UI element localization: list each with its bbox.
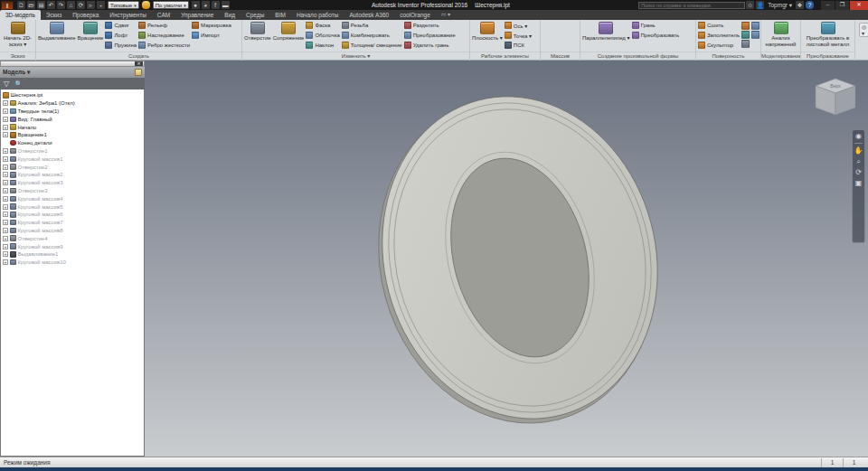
split-button[interactable]: Разделить	[404, 21, 456, 30]
redo-icon[interactable]: ↷	[57, 1, 65, 9]
minimize-button[interactable]: –	[821, 1, 835, 10]
tab-Инструменты[interactable]: Инструменты	[104, 10, 152, 20]
appearance-dropdown[interactable]: По умолчи ▾	[153, 1, 189, 9]
combine-button[interactable]: Комбинировать	[342, 31, 402, 40]
tree-item[interactable]: +Круговой массив1	[3, 155, 144, 163]
group-label-Эскиз[interactable]: Эскиз	[0, 52, 35, 61]
thicken-icon[interactable]	[342, 42, 349, 49]
extend-surface-icon[interactable]	[751, 22, 760, 30]
tree-item[interactable]: +Отверстие2	[3, 163, 144, 171]
extrude-icon[interactable]	[50, 22, 64, 34]
group-label-Массив[interactable]: Массив	[541, 52, 580, 61]
group-label-Преобразование[interactable]: Преобразование	[801, 52, 854, 61]
freeform-face-button[interactable]: Грань	[632, 21, 680, 30]
convert-button[interactable]: Преобразование	[404, 31, 456, 40]
trim-surface-icon[interactable]	[741, 31, 750, 39]
revolve-icon[interactable]	[83, 22, 98, 34]
combine-icon[interactable]	[342, 32, 349, 39]
expander-icon[interactable]: +	[3, 100, 8, 106]
sweep-button[interactable]: Сдвиг	[105, 21, 137, 30]
emboss-icon[interactable]	[138, 22, 146, 29]
filter-icon[interactable]: ▽	[4, 79, 9, 89]
rib-button[interactable]: Ребро жесткости	[138, 41, 190, 50]
tab-САМ[interactable]: САМ	[152, 10, 175, 20]
thicken-button[interactable]: Толщина/ смещение	[342, 41, 402, 50]
fillet-button[interactable]: Сопряжение	[273, 21, 305, 42]
delete-face-button[interactable]: Удалить грань	[404, 41, 456, 50]
restore-button[interactable]: ❐	[835, 1, 849, 10]
tree-item[interactable]: +Круговой массив8	[3, 227, 144, 235]
decal-button[interactable]: Маркировка	[192, 21, 231, 30]
tree-item[interactable]: Шестерня.ipt	[3, 91, 144, 99]
group-label-Изменить[interactable]: Изменить ▾	[242, 52, 469, 61]
expander-icon[interactable]: +	[3, 259, 8, 265]
tree-item[interactable]: +Круговой массив6	[3, 211, 144, 219]
work-axis-icon[interactable]	[505, 22, 512, 29]
stress-analysis-icon[interactable]	[774, 22, 788, 34]
tree-item[interactable]: +Отверстие3	[3, 187, 144, 195]
sign-in-star-icon[interactable]: ☆	[746, 1, 754, 9]
tree-item[interactable]: +Круговой массив7	[3, 219, 144, 227]
expander-icon[interactable]: +	[3, 132, 8, 137]
derive-icon[interactable]	[138, 32, 146, 39]
measure-icon[interactable]: ₊	[97, 1, 105, 9]
work-plane-button[interactable]: Плоскость ▾	[472, 21, 503, 42]
ribbon-options-dropdown[interactable]: ◎ ▾	[859, 23, 868, 37]
thread-button[interactable]: Резьба	[342, 21, 402, 30]
tree-item[interactable]: +Круговой массив10	[3, 259, 144, 267]
sheet-metal-icon[interactable]	[821, 22, 835, 34]
draft-icon[interactable]	[306, 42, 313, 49]
sculpt-button[interactable]: Скульптор	[698, 41, 740, 50]
derive-button[interactable]: Наследование	[138, 31, 190, 40]
tab-3D-модель[interactable]: 3D-модель	[0, 10, 41, 20]
ucs-icon[interactable]	[505, 42, 512, 49]
chamfer-button[interactable]: Фаска	[306, 21, 339, 30]
freeform-face-icon[interactable]	[632, 22, 639, 29]
tree-item[interactable]: +Вид: Главный	[3, 115, 144, 123]
ucs-button[interactable]: ПСК	[505, 41, 532, 50]
draft-button[interactable]: Наклон	[306, 41, 339, 50]
tab-BIM[interactable]: BIM	[269, 10, 291, 20]
parameters-fx-icon[interactable]: f	[212, 1, 220, 9]
tab-Управление[interactable]: Управление	[175, 10, 219, 20]
start-2d-sketch-button[interactable]: Начать 2D-эскиз ▾	[2, 21, 33, 47]
search-icon[interactable]: 🔍	[14, 79, 23, 89]
tree-item[interactable]: +Круговой массив3	[3, 179, 144, 187]
appearance-ball-icon[interactable]	[142, 1, 150, 9]
tab-Начало работы[interactable]: Начало работы	[291, 10, 344, 20]
loft-button[interactable]: Лофт	[105, 31, 137, 40]
expander-icon[interactable]: +	[3, 244, 8, 250]
new-file-icon[interactable]: 🗋	[17, 1, 25, 9]
shell-icon[interactable]	[306, 32, 313, 39]
tree-item[interactable]: +Круговой массив4	[3, 194, 144, 203]
shell-button[interactable]: Оболочка	[306, 31, 339, 40]
freeform-box-button[interactable]: Параллелепипед ▾	[582, 21, 630, 42]
appearance-clear-icon[interactable]: ◕	[202, 1, 210, 9]
coil-button[interactable]: Пружина	[105, 41, 137, 50]
expander-icon[interactable]: +	[3, 165, 8, 170]
expander-icon[interactable]: +	[3, 125, 8, 130]
expander-icon[interactable]: +	[3, 108, 8, 114]
notebook-icon[interactable]	[135, 69, 142, 76]
work-axis-button[interactable]: Ось ▾	[505, 21, 532, 30]
boundary-patch-icon[interactable]	[741, 22, 750, 30]
tree-item[interactable]: +Анализ: Зебра1 (Откл)	[3, 99, 144, 108]
tree-item[interactable]: +Круговой массив5	[3, 203, 144, 211]
close-button[interactable]: ✕	[850, 1, 868, 10]
undo-icon[interactable]: ↶	[47, 1, 55, 9]
group-label-Рабочие элементы[interactable]: Рабочие элементы	[470, 52, 540, 61]
expander-icon[interactable]: +	[3, 148, 8, 154]
hole-icon[interactable]	[250, 22, 265, 34]
ruled-surface-icon[interactable]	[741, 40, 750, 48]
group-label-Поверхность[interactable]: Поверхность	[696, 52, 760, 61]
group-label-Создать[interactable]: Создать	[36, 52, 241, 61]
select-icon[interactable]: ▹	[87, 1, 95, 9]
coil-icon[interactable]	[105, 42, 112, 49]
update-icon[interactable]: ⟳	[77, 1, 85, 9]
ribbon-display-toggle-icon[interactable]: ▭ ▾	[441, 10, 450, 20]
help-icon[interactable]: ?	[806, 1, 814, 9]
replace-face-icon[interactable]	[751, 31, 760, 39]
emboss-button[interactable]: Рельеф	[138, 21, 190, 30]
patch-button[interactable]: Заполнитель	[698, 31, 740, 40]
tree-item[interactable]: Конец детали	[3, 139, 144, 147]
